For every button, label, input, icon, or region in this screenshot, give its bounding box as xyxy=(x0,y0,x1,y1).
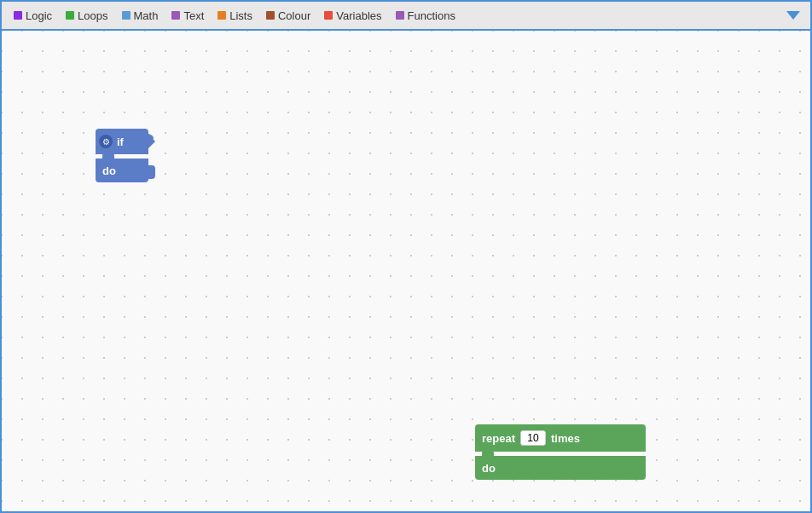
repeat-block-bottom[interactable]: do xyxy=(475,456,646,480)
toolbar-item-loops[interactable]: Loops xyxy=(59,6,114,26)
toolbar-item-variables[interactable]: Variables xyxy=(317,6,388,26)
if-bottom-tail xyxy=(148,165,155,179)
logic-color-dot xyxy=(14,11,22,20)
toolbar-label-loops: Loops xyxy=(78,9,107,22)
dropdown-arrow-icon[interactable] xyxy=(786,11,800,20)
repeat-block[interactable]: repeat times do xyxy=(475,424,646,480)
if-block[interactable]: ⚙ if do xyxy=(96,129,148,182)
variables-color-dot xyxy=(324,11,333,20)
colour-color-dot xyxy=(266,11,275,20)
do-label: do xyxy=(102,164,116,177)
times-label: times xyxy=(551,432,580,445)
toolbar-label-lists: Lists xyxy=(229,9,252,22)
toolbar-item-logic[interactable]: Logic xyxy=(7,6,59,26)
toolbar-item-math[interactable]: Math xyxy=(115,6,165,26)
if-block-top[interactable]: ⚙ if xyxy=(96,129,148,154)
toolbar-item-lists[interactable]: Lists xyxy=(211,6,259,26)
toolbar-label-functions: Functions xyxy=(408,9,455,22)
toolbar-item-functions[interactable]: Functions xyxy=(389,6,462,26)
repeat-label: repeat xyxy=(482,432,515,445)
toolbar: Logic Loops Math Text Lists Colour Varia… xyxy=(2,2,810,31)
loops-color-dot xyxy=(66,11,74,20)
toolbar-label-logic: Logic xyxy=(26,9,52,22)
repeat-bottom-tail xyxy=(637,463,646,478)
repeat-block-top[interactable]: repeat times xyxy=(475,424,646,452)
if-right-nub xyxy=(148,132,159,149)
toolbar-label-variables: Variables xyxy=(336,9,381,22)
toolbar-label-colour: Colour xyxy=(278,9,310,22)
lists-color-dot xyxy=(218,11,226,20)
gear-icon[interactable]: ⚙ xyxy=(99,135,113,148)
toolbar-item-colour[interactable]: Colour xyxy=(259,6,317,26)
canvas-area[interactable]: ⚙ if do repeat times do xyxy=(2,31,810,511)
if-block-bottom[interactable]: do xyxy=(96,159,148,182)
if-label: if xyxy=(117,135,124,148)
toolbar-label-math: Math xyxy=(134,9,159,22)
text-color-dot xyxy=(171,11,180,20)
toolbar-label-text: Text xyxy=(183,9,204,22)
main-container: Logic Loops Math Text Lists Colour Varia… xyxy=(0,0,812,513)
functions-color-dot xyxy=(396,11,404,20)
repeat-value-input[interactable] xyxy=(520,430,546,446)
math-color-dot xyxy=(122,11,130,20)
toolbar-item-text[interactable]: Text xyxy=(165,6,211,26)
repeat-do-label: do xyxy=(482,462,496,475)
